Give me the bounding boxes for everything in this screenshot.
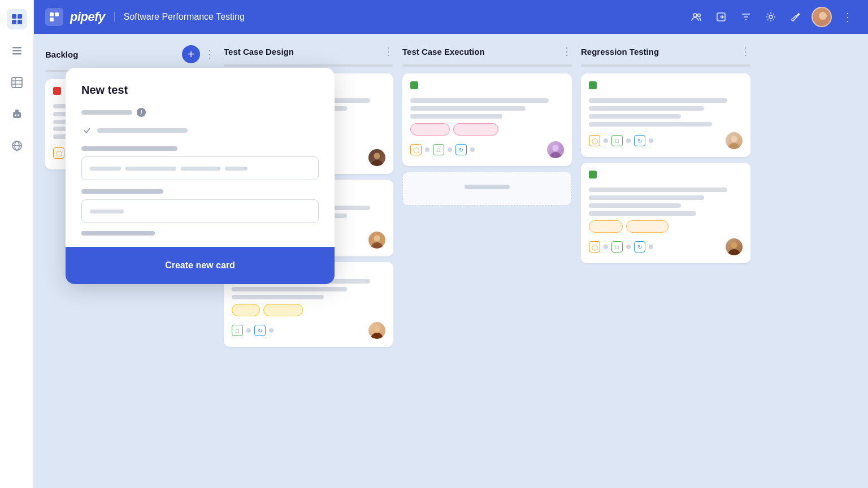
card-icon-o6: ◯ xyxy=(589,135,600,146)
column-bar-rt xyxy=(581,64,750,67)
sidebar-item-list[interactable] xyxy=(7,41,27,61)
column-more-rt[interactable]: ⋮ xyxy=(740,45,750,58)
column-more-tcd[interactable]: ⋮ xyxy=(383,45,393,58)
svg-point-22 xyxy=(693,14,697,17)
form-input-2[interactable] xyxy=(81,199,319,223)
header-board-title: Software Performance Testing xyxy=(114,12,245,22)
card-avatar-2 xyxy=(368,149,385,166)
card-tce-empty xyxy=(402,172,572,206)
card-rt-2[interactable]: ◯ □ ↻ xyxy=(581,163,750,263)
svg-point-29 xyxy=(374,236,380,242)
card-icon-b5: ↻ xyxy=(455,144,467,155)
svg-point-23 xyxy=(698,14,701,17)
main-area: pipefy Software Performance Testing xyxy=(34,0,868,488)
svg-rect-11 xyxy=(13,112,21,118)
column-header-rt: Regression Testing ⋮ xyxy=(581,45,750,58)
column-title-tcd: Test Case Design xyxy=(224,47,379,56)
form-input-1[interactable] xyxy=(81,156,319,180)
svg-point-13 xyxy=(15,115,16,116)
svg-rect-21 xyxy=(50,18,54,21)
d15 xyxy=(626,245,631,249)
card-icon-b6: ↻ xyxy=(634,135,645,146)
column-title-backlog: Backlog xyxy=(45,50,177,59)
card-avatar-5 xyxy=(547,141,564,158)
card-avatar-3 xyxy=(368,232,385,249)
svg-rect-12 xyxy=(15,110,19,112)
column-cards-rt: ◯ □ ↻ xyxy=(581,73,750,477)
ph1 xyxy=(90,167,121,171)
card-icon-o7: ◯ xyxy=(589,241,600,252)
form-row-1: i xyxy=(81,108,319,117)
enter-icon[interactable] xyxy=(712,8,730,26)
d6 xyxy=(246,328,251,333)
create-new-card-button[interactable]: Create new card xyxy=(81,257,319,274)
create-card-modal: New test i xyxy=(66,68,335,284)
svg-point-14 xyxy=(18,115,19,116)
people-icon[interactable] xyxy=(687,8,705,26)
column-cards-tce: ◯ □ ↻ xyxy=(402,73,572,477)
svg-rect-6 xyxy=(12,53,21,55)
svg-point-26 xyxy=(819,12,827,20)
logo-text: pipefy xyxy=(70,10,105,24)
card-icon-g5: □ xyxy=(433,144,444,155)
sidebar-item-table[interactable] xyxy=(7,72,27,93)
sidebar-item-grid[interactable] xyxy=(7,9,27,29)
svg-rect-1 xyxy=(18,14,22,19)
column-more-backlog[interactable]: ⋮ xyxy=(205,48,215,60)
sidebar-item-globe[interactable] xyxy=(7,136,27,156)
column-header-backlog: Backlog + ⋮ xyxy=(45,45,215,63)
card-rt-1[interactable]: ◯ □ ↻ xyxy=(581,73,750,157)
d14 xyxy=(604,245,608,249)
column-header-tce: Test Case Execution ⋮ xyxy=(402,45,572,58)
settings-icon[interactable] xyxy=(762,8,780,26)
svg-rect-18 xyxy=(45,8,63,26)
column-test-case-execution: Test Case Execution ⋮ xyxy=(402,45,572,477)
modal-title: New test xyxy=(81,84,319,97)
form-attach-row xyxy=(81,125,319,136)
card-icon-b7: ↻ xyxy=(634,241,645,252)
column-title-tce: Test Case Execution xyxy=(402,47,557,56)
add-card-backlog-button[interactable]: + xyxy=(182,45,200,63)
svg-rect-20 xyxy=(55,12,59,16)
d10 xyxy=(470,147,475,152)
d7 xyxy=(269,328,274,333)
form-attach-label xyxy=(97,128,188,133)
svg-point-28 xyxy=(374,153,380,159)
form-section-label-2 xyxy=(81,146,177,151)
card-icon-orange: ◯ xyxy=(53,147,64,159)
sidebar xyxy=(0,0,34,488)
logo: pipefy xyxy=(45,8,105,26)
card-icon-g7: □ xyxy=(611,241,623,252)
d11 xyxy=(604,138,608,143)
modal-footer: Create new card xyxy=(66,247,335,284)
column-bar-tcd xyxy=(224,64,393,67)
d16 xyxy=(649,245,653,249)
column-header-tcd: Test Case Design ⋮ xyxy=(224,45,393,58)
info-icon[interactable]: i xyxy=(137,108,146,117)
attach-icon xyxy=(81,125,93,136)
card-tce-1[interactable]: ◯ □ ↻ xyxy=(402,73,572,166)
column-more-tce[interactable]: ⋮ xyxy=(562,45,572,58)
card-avatar-4 xyxy=(368,322,385,339)
user-avatar[interactable] xyxy=(811,7,832,27)
card-avatar-6 xyxy=(726,132,743,149)
column-regression-testing: Regression Testing ⋮ ◯ xyxy=(581,45,750,477)
svg-rect-19 xyxy=(50,12,54,16)
d8 xyxy=(425,147,429,152)
filter-icon[interactable] xyxy=(737,8,755,26)
ph2 xyxy=(125,167,176,171)
svg-rect-5 xyxy=(12,50,21,52)
sidebar-item-bot[interactable] xyxy=(7,104,27,124)
d13 xyxy=(649,138,653,143)
svg-rect-7 xyxy=(12,77,22,88)
column-bar-tce xyxy=(402,64,572,67)
header-actions: ⋮ xyxy=(687,7,857,27)
wrench-icon[interactable] xyxy=(787,8,805,26)
svg-rect-4 xyxy=(12,47,21,49)
ph4 xyxy=(225,167,248,171)
header-more-icon[interactable]: ⋮ xyxy=(839,8,857,26)
svg-point-31 xyxy=(553,145,559,151)
form-section-label-3 xyxy=(81,189,163,194)
header: pipefy Software Performance Testing xyxy=(34,0,868,34)
form-label-1 xyxy=(81,110,132,115)
